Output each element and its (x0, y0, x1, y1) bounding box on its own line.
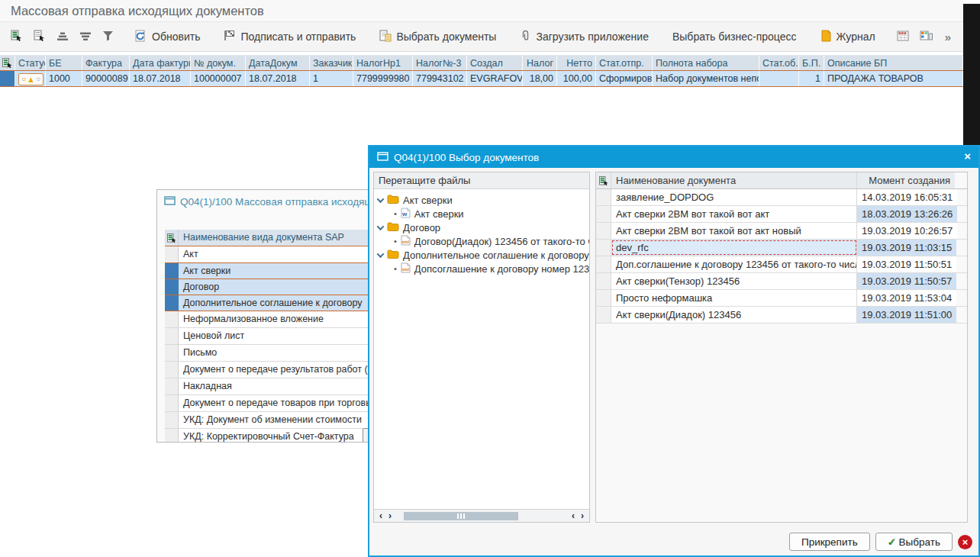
doc-type-row-selected[interactable]: Дополнительное соглашение к договору (165, 295, 394, 311)
journal-button[interactable]: Журнал (814, 25, 882, 48)
scroll-right-icon[interactable]: › (578, 510, 587, 522)
select-all-cell[interactable] (165, 230, 179, 246)
doc-type-row[interactable]: УКД: Корректировочный Счет-Фактура (165, 429, 394, 443)
doc-type-row-selected[interactable]: Акт сверки (165, 262, 394, 279)
choose-layout-button[interactable] (29, 25, 50, 48)
cancel-icon[interactable]: × (958, 535, 972, 549)
col-header[interactable]: Налог№-3 (413, 56, 467, 70)
row-select-cell[interactable] (165, 412, 179, 428)
col-header[interactable]: Создал (467, 56, 523, 70)
document-row[interactable]: Доп.соглашение к договору 123456 от тако… (596, 256, 967, 273)
col-header[interactable]: ДатаДокум (246, 56, 310, 70)
details-button[interactable] (6, 25, 27, 48)
doc-type-row[interactable]: Акт (165, 246, 394, 263)
document-row[interactable]: Акт сверки(Диадок) 12345619.03.2019 11:5… (596, 307, 967, 324)
sign-and-send-button[interactable]: Подписать и отправить (217, 25, 363, 48)
row-select-cell[interactable] (165, 378, 179, 394)
row-select-cell[interactable] (165, 328, 179, 344)
tree-folder[interactable]: Дополнительное соглашение к договору (374, 248, 589, 262)
doc-type-row[interactable]: Письмо (165, 345, 394, 362)
doc-type-row[interactable]: УКД: Документ об изменении стоимости (165, 412, 394, 429)
doc-type-row[interactable]: Неформализованное вложение (165, 311, 394, 328)
tree-folder[interactable]: Договор (374, 221, 589, 234)
sort-descending-button[interactable] (75, 25, 96, 48)
chevron-down-icon[interactable] (377, 195, 385, 203)
select-all-cell[interactable] (596, 172, 611, 188)
choose-button[interactable]: ✓ ∕ Выбрать (875, 533, 953, 551)
row-select-cell[interactable] (165, 263, 179, 278)
col-header-created[interactable]: Момент создания (857, 172, 955, 188)
document-row[interactable]: заявление_DOPDOG14.03.2019 16:05:31 (596, 189, 967, 206)
grid-view-button[interactable] (892, 25, 914, 48)
scroll-right-icon[interactable]: › (385, 510, 395, 522)
row-select-cell[interactable] (165, 345, 179, 361)
document-row[interactable]: Просто неформашка19.03.2019 11:53:04 (596, 290, 967, 307)
select-all-cell[interactable] (0, 56, 15, 70)
col-header[interactable]: БЕ (46, 56, 82, 70)
col-header[interactable]: № докум. (191, 56, 246, 70)
col-header[interactable]: Дата фактуры (130, 56, 191, 70)
upload-attachment-button[interactable]: Загрузить приложение (513, 25, 655, 48)
col-header-doc-name[interactable]: Наименование документа (611, 172, 857, 188)
attach-button[interactable]: Прикрепить (789, 533, 870, 551)
row-select-cell[interactable] (596, 290, 611, 306)
document-row[interactable]: Акт сверки 2ВМ вот такой вот акт новый19… (596, 223, 967, 240)
row-select-cell[interactable] (165, 362, 179, 378)
document-row[interactable]: Акт сверки(Тензор) 12345619.03.2019 11:5… (596, 273, 967, 290)
row-select-cell[interactable] (596, 240, 611, 256)
toolbar-overflow-button[interactable]: » (939, 25, 957, 48)
row-select-cell[interactable] (165, 279, 179, 295)
document-row-focused[interactable]: dev_rfc19.03.2019 11:03:15 (596, 240, 967, 256)
chevron-down-icon[interactable] (377, 250, 385, 258)
row-select-cell[interactable] (596, 206, 611, 222)
tree-file[interactable]: • xml Договор(Диадок) 123456 от такого-т… (374, 234, 589, 248)
row-select-cell[interactable] (165, 395, 179, 411)
col-header[interactable]: Описание БП (824, 56, 963, 70)
row-select-cell[interactable] (596, 307, 611, 323)
row-select-cell[interactable] (165, 429, 179, 443)
col-header[interactable]: Налог (523, 56, 557, 70)
view-variant-button[interactable] (915, 25, 937, 48)
scroll-left-icon[interactable]: ‹ (376, 510, 385, 522)
row-select-cell[interactable] (165, 311, 179, 327)
dialog1-table-header-label[interactable]: Наименование вида документа SAP (179, 230, 394, 246)
tree-file[interactable]: • xml Допсоглашение к договору номер 123… (374, 262, 589, 275)
row-select-cell[interactable] (596, 223, 611, 239)
scroll-left-icon[interactable]: ‹ (569, 510, 578, 522)
row-select-cell[interactable] (0, 71, 15, 86)
row-select-cell[interactable] (165, 246, 179, 262)
col-header[interactable]: Статус (15, 56, 46, 70)
col-header[interactable]: НалогНр1 (353, 56, 413, 70)
col-header[interactable]: Нетто (557, 56, 596, 70)
row-select-cell[interactable] (165, 295, 179, 311)
close-icon[interactable]: × (964, 150, 971, 163)
refresh-button[interactable]: Обновить (128, 25, 207, 48)
col-header[interactable]: Стат.об.. (759, 56, 799, 70)
tree-file[interactable]: • w Акт сверки (374, 207, 589, 221)
col-header[interactable]: Фактура (82, 56, 130, 70)
row-select-cell[interactable] (596, 256, 611, 272)
table-row[interactable]: ○▲○ 1000 90000089 18.07.2018 100000007 1… (0, 71, 963, 87)
tree-folder[interactable]: Акт сверки (374, 193, 589, 207)
doc-type-row-selected[interactable]: Договор (165, 278, 394, 295)
chevron-down-icon[interactable] (377, 223, 385, 230)
doc-type-row[interactable]: Документ о передаче товаров при торговых (165, 395, 394, 412)
select-business-process-button[interactable]: Выбрать бизнес-процесс (666, 25, 804, 48)
row-select-cell[interactable] (596, 273, 611, 289)
doc-type-row[interactable]: Ценовой лист (165, 328, 394, 345)
col-header[interactable]: Б.П. (799, 56, 824, 70)
scrollbar-track[interactable] (395, 511, 569, 521)
document-row[interactable]: Акт сверки 2ВМ вот такой вот акт18.03.20… (596, 206, 967, 223)
col-header[interactable]: Стат.отпр. (596, 56, 653, 70)
col-header[interactable]: Заказчик (310, 56, 353, 70)
col-header[interactable]: Полнота набора (653, 56, 759, 70)
filter-button[interactable] (98, 25, 118, 48)
select-documents-button[interactable]: Выбрать документы (372, 25, 503, 48)
doc-type-row[interactable]: Документ о передаче результатов работ (у (165, 362, 394, 378)
dialog2-titlebar[interactable]: Q04(1)/100 Выбор документов × (369, 146, 978, 168)
row-select-cell[interactable] (596, 189, 611, 205)
sort-ascending-button[interactable] (52, 25, 73, 48)
scrollbar-thumb[interactable] (404, 512, 518, 520)
tree-horizontal-scrollbar[interactable]: ‹ › ‹ › (374, 509, 589, 522)
doc-type-row[interactable]: Накладная (165, 378, 394, 395)
